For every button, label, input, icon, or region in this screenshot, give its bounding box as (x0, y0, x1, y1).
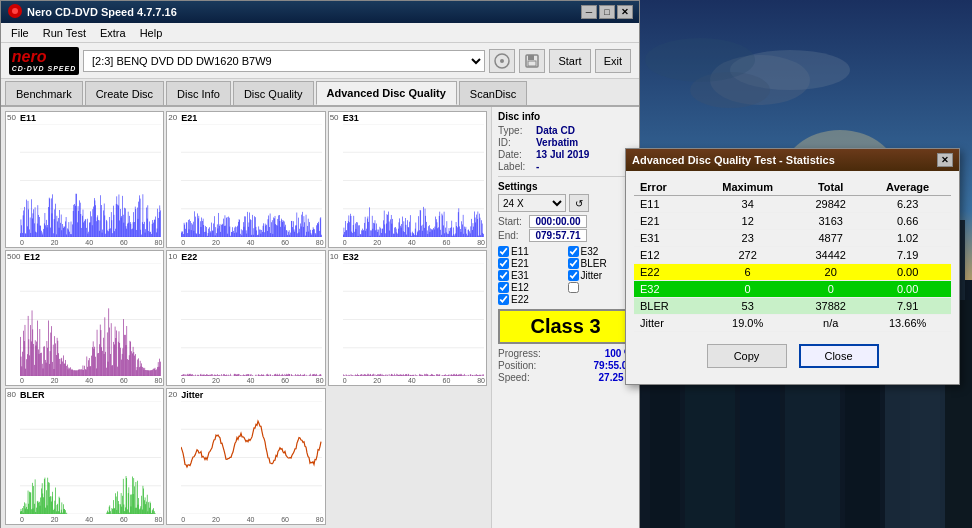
table-row: E32000.00 (634, 281, 951, 298)
minimize-button[interactable]: ─ (581, 5, 597, 19)
stats-dialog-close-icon[interactable]: ✕ (937, 153, 953, 167)
table-row: E211231630.66 (634, 213, 951, 230)
logo-text: nero (12, 49, 77, 65)
checkbox-grid: E11 E32 E21 BLER E31 Jitter E12 E22 (498, 246, 633, 305)
chart-jitter: 20 Jitter 020406080 (166, 388, 325, 525)
menu-help[interactable]: Help (134, 25, 169, 41)
save-icon-button[interactable] (519, 49, 545, 73)
svg-rect-6 (740, 360, 780, 528)
chart-e31: 50 E31 020406080 (328, 111, 487, 248)
app-icon (7, 3, 23, 21)
svg-rect-31 (528, 61, 536, 66)
table-row: E226200.00 (634, 264, 951, 281)
start-value: 000:00.00 (529, 215, 587, 228)
stats-dialog-title: Advanced Disc Quality Test - Statistics (632, 154, 835, 166)
col-error: Error (634, 179, 698, 196)
stats-dialog-title-bar: Advanced Disc Quality Test - Statistics … (626, 149, 959, 171)
end-label: End: (498, 230, 526, 241)
tabs-bar: Benchmark Create Disc Disc Info Disc Qua… (1, 79, 639, 107)
chart-e12: 500 E12 020406080 (5, 250, 164, 387)
tab-create-disc[interactable]: Create Disc (85, 81, 164, 105)
disc-label-key: Label: (498, 161, 534, 172)
col-maximum: Maximum (698, 179, 797, 196)
menu-run-test[interactable]: Run Test (37, 25, 92, 41)
disc-type-key: Type: (498, 125, 534, 136)
tab-disc-info[interactable]: Disc Info (166, 81, 231, 105)
chart-e11: 50 E11 020406080 (5, 111, 164, 248)
table-row: E312348771.02 (634, 230, 951, 247)
title-bar: Nero CD-DVD Speed 4.7.7.16 ─ □ ✕ (1, 1, 639, 23)
charts-area: 50 E11 020406080 20 E21 020406080 50 E31… (1, 107, 491, 528)
cb-e22[interactable] (498, 294, 509, 305)
table-row: BLER53378827.91 (634, 298, 951, 315)
cb-jitter[interactable] (568, 270, 579, 281)
menu-file[interactable]: File (5, 25, 35, 41)
table-row: Jitter19.0%n/a13.66% (634, 315, 951, 332)
drive-selector[interactable]: [2:3] BENQ DVD DD DW1620 B7W9 (83, 50, 485, 72)
copy-button[interactable]: Copy (707, 344, 787, 368)
end-value: 079:57.71 (529, 229, 587, 242)
chart-e22: 10 E22 020406080 (166, 250, 325, 387)
speed-key: Speed: (498, 372, 530, 383)
chart-e21: 20 E21 020406080 (166, 111, 325, 248)
stats-dialog: Advanced Disc Quality Test - Statistics … (625, 148, 960, 385)
tab-disc-quality[interactable]: Disc Quality (233, 81, 314, 105)
stats-table: Error Maximum Total Average E1134298426.… (634, 179, 951, 332)
close-button[interactable]: ✕ (617, 5, 633, 19)
refresh-button[interactable]: ↺ (569, 194, 589, 212)
svg-rect-30 (528, 55, 534, 60)
class-display: Class 3 (498, 309, 633, 344)
close-dialog-button[interactable]: Close (799, 344, 879, 368)
disc-info-title: Disc info (498, 111, 633, 122)
cb-e12[interactable] (498, 282, 509, 293)
svg-point-24 (645, 38, 755, 82)
disc-date-key: Date: (498, 149, 534, 160)
exit-button[interactable]: Exit (595, 49, 631, 73)
logo-subtext: CD·DVD SPEED (12, 65, 77, 72)
svg-point-26 (12, 8, 18, 14)
cb-e11[interactable] (498, 246, 509, 257)
cb-e31[interactable] (498, 270, 509, 281)
settings-title: Settings (498, 181, 633, 192)
chart-e32: 10 E32 020406080 (328, 250, 487, 387)
svg-point-28 (500, 59, 504, 63)
start-label: Start: (498, 216, 526, 227)
chart-empty (328, 388, 487, 525)
tab-benchmark[interactable]: Benchmark (5, 81, 83, 105)
chart-bler: 80 BLER 020406080 (5, 388, 164, 525)
tab-scan-disc[interactable]: ScanDisc (459, 81, 527, 105)
disc-date-val: 13 Jul 2019 (536, 149, 589, 160)
stats-dialog-content: Error Maximum Total Average E1134298426.… (626, 171, 959, 384)
info-panel: Disc info Type: Data CD ID: Verbatim Dat… (491, 107, 639, 528)
cb-e32[interactable] (568, 246, 579, 257)
title-bar-text: Nero CD-DVD Speed 4.7.7.16 (27, 6, 177, 18)
col-total: Total (797, 179, 864, 196)
cb-bler[interactable] (568, 258, 579, 269)
start-button[interactable]: Start (549, 49, 590, 73)
table-row: E12272344427.19 (634, 247, 951, 264)
col-average: Average (864, 179, 951, 196)
svg-rect-8 (845, 380, 880, 528)
position-key: Position: (498, 360, 536, 371)
menu-extra[interactable]: Extra (94, 25, 132, 41)
progress-key: Progress: (498, 348, 541, 359)
nero-logo: nero CD·DVD SPEED (9, 47, 79, 75)
maximize-button[interactable]: □ (599, 5, 615, 19)
disc-label-val: - (536, 161, 539, 172)
cb-empty[interactable] (568, 282, 579, 293)
main-content: 50 E11 020406080 20 E21 020406080 50 E31… (1, 107, 639, 528)
disc-icon-button[interactable] (489, 49, 515, 73)
disc-id-val: Verbatim (536, 137, 578, 148)
tab-advanced-disc-quality[interactable]: Advanced Disc Quality (316, 81, 457, 105)
menu-bar: File Run Test Extra Help (1, 23, 639, 43)
disc-id-key: ID: (498, 137, 534, 148)
disc-type-val: Data CD (536, 125, 575, 136)
speed-selector[interactable]: 24 X Maximum 4 X 8 X 16 X 32 X 40 X 48 X (498, 194, 566, 212)
dialog-buttons: Copy Close (634, 340, 951, 376)
cb-e21[interactable] (498, 258, 509, 269)
app-window: Nero CD-DVD Speed 4.7.7.16 ─ □ ✕ File Ru… (0, 0, 640, 528)
table-row: E1134298426.23 (634, 196, 951, 213)
toolbar: nero CD·DVD SPEED [2:3] BENQ DVD DD DW16… (1, 43, 639, 79)
